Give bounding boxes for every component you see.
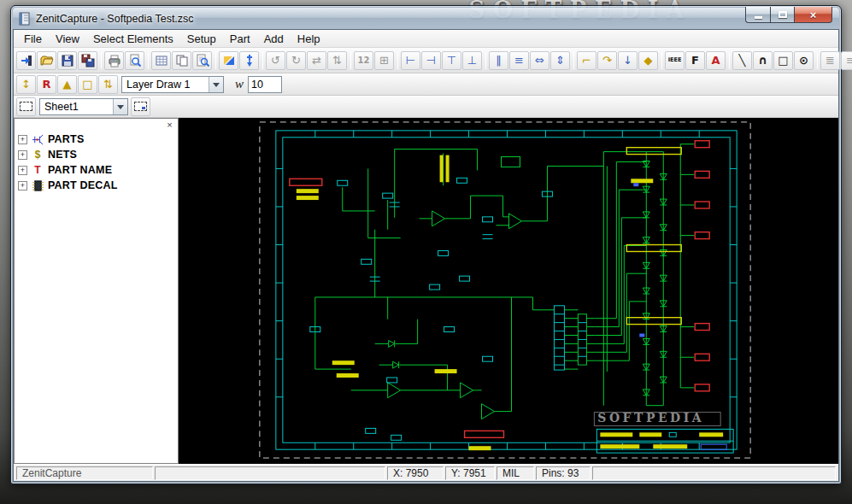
selection-mode-button[interactable] xyxy=(16,97,36,116)
width-input[interactable] xyxy=(248,76,282,93)
rotate-right-button[interactable]: ↻ xyxy=(286,51,306,70)
layer-select[interactable]: Layer Draw 1 xyxy=(121,76,224,93)
distribute-vertical-icon: ≡ xyxy=(514,55,524,66)
align-bottom-icon: ⊥ xyxy=(467,55,477,66)
chevron-down-icon[interactable] xyxy=(113,99,127,114)
window-title: ZenitCapture - Softpedia Test.zsc xyxy=(36,13,194,25)
curve-mode-button[interactable]: ↷ xyxy=(597,51,617,70)
new-file-button[interactable] xyxy=(16,51,36,70)
space-horizontal-button[interactable]: ⇔ xyxy=(530,51,549,70)
add-part-button[interactable] xyxy=(239,51,259,70)
menu-file[interactable]: File xyxy=(17,31,49,47)
swap-pins-button[interactable]: ⇅ xyxy=(98,75,118,94)
rotate-right-icon: ↻ xyxy=(291,55,301,66)
part-decal-icon: □ xyxy=(82,79,92,90)
find-part-button[interactable] xyxy=(192,51,212,70)
align-bottom-button[interactable]: ⊥ xyxy=(462,51,482,70)
schematic-canvas[interactable]: SOFTPEDIA xyxy=(179,118,838,464)
print-preview-button[interactable] xyxy=(125,51,144,70)
part-value-button[interactable]: ▲ xyxy=(57,75,77,94)
menu-view[interactable]: View xyxy=(49,31,86,47)
part-decal-button[interactable]: □ xyxy=(78,75,97,94)
draw-arc-button[interactable]: ∩ xyxy=(753,51,773,70)
print-button[interactable] xyxy=(104,51,124,70)
sheet-frame-button[interactable] xyxy=(131,97,150,116)
mirror-vertical-button[interactable]: ⇅ xyxy=(327,51,347,70)
copy-icon xyxy=(175,54,189,67)
text-color-button[interactable]: A xyxy=(706,51,726,70)
redraw-button[interactable] xyxy=(219,51,238,70)
grid-settings-button[interactable] xyxy=(151,51,171,70)
ortho-mode-button[interactable]: ⌐ xyxy=(577,51,596,70)
bus-width-button[interactable]: ≡ xyxy=(841,51,852,70)
move-part-icon: ↕ xyxy=(21,79,31,90)
tree-item-part-decal[interactable]: + PART DECAL xyxy=(15,178,178,193)
panel-close-button[interactable]: × xyxy=(164,120,175,131)
save-file-button[interactable] xyxy=(57,51,77,70)
renumber-icon: 12 xyxy=(358,56,370,65)
add-part-icon xyxy=(243,54,256,67)
toolbar-separator xyxy=(485,52,486,69)
ieee-symbols-button[interactable]: IEEE xyxy=(665,51,685,70)
distribute-vertical-button[interactable]: ≡ xyxy=(509,51,529,70)
width-label: w xyxy=(235,77,244,91)
canvas-watermark: SOFTPEDIA xyxy=(597,412,704,425)
menu-add[interactable]: Add xyxy=(257,31,291,47)
tree-item-nets[interactable]: + $ NETS xyxy=(15,147,178,162)
menu-select-elements[interactable]: Select Elements xyxy=(86,31,180,47)
expand-icon[interactable]: + xyxy=(18,150,27,160)
menu-setup[interactable]: Setup xyxy=(180,31,223,47)
rotate-left-icon: ↺ xyxy=(271,55,280,66)
mirror-horizontal-button[interactable]: ⇄ xyxy=(307,51,326,70)
wire-width-button[interactable]: ≣ xyxy=(820,51,840,70)
tree-item-part-name[interactable]: + T PART NAME xyxy=(15,162,178,178)
parts-icon xyxy=(31,133,44,146)
nets-icon: $ xyxy=(31,149,44,161)
expand-icon[interactable]: + xyxy=(18,135,27,144)
draw-circle-button[interactable]: ⊙ xyxy=(794,51,814,70)
sheet-select[interactable]: Sheet1 xyxy=(39,98,128,115)
part-reference-button[interactable]: R xyxy=(37,75,56,94)
menu-help[interactable]: Help xyxy=(291,31,327,47)
align-left-button[interactable]: ⊢ xyxy=(401,51,420,70)
distribute-horizontal-button[interactable]: ‖ xyxy=(489,51,508,70)
junction-button[interactable]: ◆ xyxy=(638,51,658,70)
copy-button[interactable] xyxy=(172,51,191,70)
part-name-icon: T xyxy=(31,164,44,177)
maximize-icon xyxy=(779,11,787,18)
open-file-button[interactable] xyxy=(37,51,56,70)
bold-font-button[interactable]: F xyxy=(685,51,705,70)
draw-circle-icon: ⊙ xyxy=(799,55,808,66)
close-icon: × xyxy=(810,9,817,21)
expand-icon[interactable]: + xyxy=(18,181,27,190)
move-part-button[interactable]: ↕ xyxy=(16,75,36,94)
expand-icon[interactable]: + xyxy=(18,166,27,175)
toolbar-separator xyxy=(350,52,351,69)
new-file-icon xyxy=(20,54,33,67)
draw-line-button[interactable]: ╲ xyxy=(732,51,752,70)
tree-panel-header: × xyxy=(15,119,178,132)
mirror-horizontal-icon: ⇄ xyxy=(312,55,321,66)
renumber-button[interactable]: 12 xyxy=(354,51,373,70)
sheet-select-value: Sheet1 xyxy=(40,101,113,113)
titlebar[interactable]: ZenitCapture - Softpedia Test.zsc × xyxy=(13,8,839,29)
status-app-name: ZenitCapture xyxy=(16,466,153,480)
net-down-button[interactable]: ↓ xyxy=(618,51,638,70)
maximize-button[interactable] xyxy=(770,7,794,23)
align-top-button[interactable]: ⊤ xyxy=(442,51,461,70)
space-horizontal-icon: ⇔ xyxy=(535,55,544,66)
menu-part[interactable]: Part xyxy=(223,31,257,47)
tree-item-parts[interactable]: + PARTS xyxy=(15,132,178,147)
rotate-left-button[interactable]: ↺ xyxy=(266,51,285,70)
repack-button[interactable]: ⊞ xyxy=(374,51,394,70)
save-all-button[interactable] xyxy=(78,51,97,70)
minimize-button[interactable] xyxy=(745,7,770,23)
text-color-icon: A xyxy=(711,55,720,66)
draw-rectangle-button[interactable]: □ xyxy=(773,51,793,70)
part-value-icon: ▲ xyxy=(63,79,72,90)
close-button[interactable]: × xyxy=(794,7,832,23)
space-vertical-button[interactable]: ⇕ xyxy=(550,51,570,70)
chevron-down-icon[interactable] xyxy=(209,77,223,92)
mirror-vertical-icon: ⇅ xyxy=(332,55,342,66)
align-right-button[interactable]: ⊣ xyxy=(421,51,441,70)
